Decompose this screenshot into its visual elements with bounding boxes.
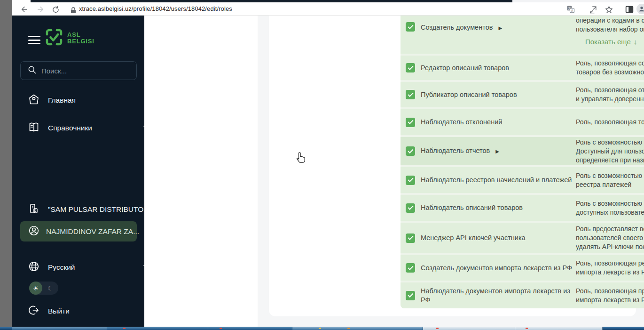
check-icon <box>408 204 413 210</box>
organization-label: "SAM PULSAR DISTRIBUTO... <box>48 205 149 214</box>
logo-wordmark: ASL BELGISI <box>67 32 94 45</box>
role-description: Роль, позволяющая только просмотр отклон… <box>576 118 644 127</box>
taskbar-window-button[interactable] <box>107 327 208 330</box>
role-row[interactable]: Создатель документов импорта лекарств из… <box>401 255 644 281</box>
role-name-cell: Менеджер API ключей участника <box>421 233 576 242</box>
side-panel-icon[interactable] <box>624 4 635 15</box>
role-row[interactable]: Менеджер API ключей участникаРоль предос… <box>401 223 644 253</box>
role-checkbox[interactable] <box>406 146 415 156</box>
menu-hamburger-icon[interactable] <box>28 36 40 44</box>
theme-toggle[interactable]: ☀ ☾ <box>29 282 58 295</box>
role-checkbox[interactable] <box>406 263 415 273</box>
reload-icon[interactable] <box>50 4 61 15</box>
sidebar-item-home[interactable]: Главная <box>28 94 76 107</box>
role-name: Наблюдатель реестров начислений и платеж… <box>421 176 572 184</box>
sidebar-item-label: Справочники <box>48 124 92 132</box>
taskbar-app-icon <box>319 328 321 329</box>
role-name: Создатель документов <box>421 24 493 31</box>
book-icon <box>28 121 39 135</box>
role-row[interactable]: Наблюдатель реестров начислений и платеж… <box>401 167 644 193</box>
app-logo[interactable]: ASL BELGISI <box>45 28 94 48</box>
check-icon <box>408 264 413 270</box>
role-description: Роль предоставляет возможность: 1) Просм… <box>576 225 644 251</box>
role-checkbox[interactable] <box>406 291 415 300</box>
role-name-cell: Публикатор описаний товаров <box>421 90 576 99</box>
role-description: Роль с возможностью просмотра отчетности… <box>576 138 644 165</box>
role-description-cell: Роль с возможностью только просмотра опи… <box>576 199 644 217</box>
back-arrow-icon[interactable] <box>19 4 30 15</box>
share-icon[interactable] <box>588 4 598 15</box>
role-checkbox[interactable] <box>406 233 415 243</box>
role-checkbox[interactable] <box>406 176 415 185</box>
role-name: Наблюдатель документов импорта лекарств … <box>421 287 570 304</box>
role-name: Наблюдатель отчетов <box>421 147 490 154</box>
logout-label: Выйти <box>48 307 70 315</box>
role-checkbox[interactable] <box>406 118 415 127</box>
checkbox-cell <box>401 63 421 72</box>
star-bookmark-icon[interactable] <box>604 4 614 15</box>
role-name-cell: Наблюдатель отклонений <box>421 118 576 127</box>
role-name-cell: Редактор описаний товаров <box>421 64 576 72</box>
role-checkbox[interactable] <box>406 203 415 213</box>
taskbar-window-button[interactable] <box>292 327 423 330</box>
checkbox-cell <box>401 233 421 243</box>
profile-avatar[interactable] <box>636 4 644 14</box>
forward-arrow-icon[interactable] <box>35 4 46 15</box>
sidebar: ASL BELGISI Поиск... Главная Справочники <box>12 16 144 327</box>
expand-arrow-icon[interactable]: ▶ <box>495 149 499 154</box>
content-left-gutter <box>144 16 258 327</box>
user-circle-icon <box>28 225 39 238</box>
role-name: Наблюдатель описаний товаров <box>421 204 523 211</box>
language-label: Русский <box>48 263 75 272</box>
sun-icon: ☀ <box>29 282 42 295</box>
role-description-cell: Роль с возможностью просмотра отчетности… <box>576 138 644 165</box>
home-icon <box>28 94 39 107</box>
svg-text:A: A <box>571 9 573 12</box>
role-description: Роль, позволяющая просматривать документ… <box>576 287 644 305</box>
role-description-cell: Роль, позволяющая отправлять товары на м… <box>576 86 644 104</box>
role-description-cell: Роль, позволяющая просматривать документ… <box>576 287 644 305</box>
sidebar-item-user[interactable]: NAJMIDDINOV ZAFAR ZA... <box>20 221 137 241</box>
role-row[interactable]: Наблюдатель отчетов▶Роль с возможностью … <box>401 137 644 165</box>
role-row[interactable]: Публикатор описаний товаровРоль, позволя… <box>401 82 644 107</box>
role-checkbox[interactable] <box>406 63 415 72</box>
browser-toolbar: xtrace.aslbelgisi.uz/profile/18042/users… <box>12 2 644 16</box>
logo-scan-check-icon <box>45 28 63 48</box>
logout-icon <box>28 305 39 318</box>
checkbox-cell <box>401 176 421 185</box>
role-checkbox[interactable] <box>406 90 415 99</box>
sidebar-item-directories[interactable]: Справочники <box>28 121 92 135</box>
sidebar-item-logout[interactable]: Выйти <box>28 305 70 318</box>
role-description-cell: Роль, позволяющая создавать черновики оп… <box>576 59 644 77</box>
building-icon <box>28 203 39 216</box>
role-row[interactable]: Наблюдатель отклоненийРоль, позволяющая … <box>401 109 644 135</box>
sidebar-item-language[interactable]: Русский <box>28 261 75 274</box>
role-row[interactable]: Наблюдатель документов импорта лекарств … <box>401 282 644 308</box>
role-description-cell: Роль, позволяющая только просмотр отклон… <box>576 118 644 127</box>
sidebar-item-label: Главная <box>48 96 76 105</box>
translate-icon[interactable]: 文A <box>565 4 576 15</box>
taskbar-app-icon <box>123 328 126 329</box>
expand-arrow-icon[interactable]: ▶ <box>498 25 502 31</box>
check-icon <box>408 234 413 240</box>
role-row[interactable]: Создатель документов▶операции с кодами в… <box>401 16 644 54</box>
role-description: операции с кодами в системе. Доступный д… <box>576 16 644 34</box>
taskbar-window-button[interactable] <box>12 327 107 330</box>
sidebar-item-organization[interactable]: "SAM PULSAR DISTRIBUTO... <box>28 203 149 216</box>
address-bar-url[interactable]: xtrace.aslbelgisi.uz/profile/18042/users… <box>79 5 232 12</box>
check-icon <box>408 147 413 153</box>
role-description: Роль с возможностью только просмотра опи… <box>576 199 644 217</box>
checkbox-cell <box>401 16 421 32</box>
search-input[interactable]: Поиск... <box>20 61 137 80</box>
role-row[interactable]: Наблюдатель описаний товаровРоль с возмо… <box>401 195 644 221</box>
check-icon <box>408 23 413 29</box>
role-checkbox[interactable] <box>406 22 415 32</box>
show-more-link[interactable]: Показать еще↓ <box>585 37 644 46</box>
taskbar-window-button[interactable] <box>515 327 603 330</box>
role-row[interactable]: Редактор описаний товаровРоль, позволяющ… <box>401 56 644 80</box>
role-description-cell: Роль предоставляет возможность: 1) Просм… <box>576 225 644 251</box>
role-name-cell: Создатель документов импорта лекарств из… <box>421 264 576 273</box>
windows-taskbar[interactable] <box>0 327 644 330</box>
role-description-cell: Роль с возможностью просмотра реестра на… <box>576 171 644 189</box>
checkbox-cell <box>401 90 421 99</box>
